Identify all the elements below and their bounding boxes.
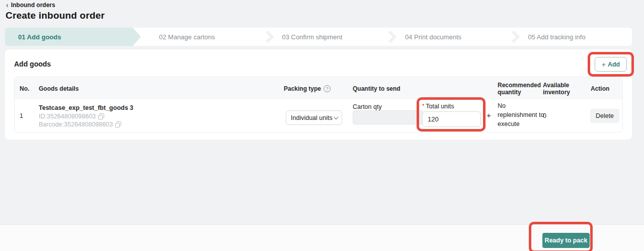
carton-qty-label: Carton qty <box>353 103 382 110</box>
row-number: 1 <box>20 112 23 119</box>
required-asterisk: * <box>422 103 424 109</box>
column-header-goods-details: Goods details <box>39 85 78 92</box>
ready-to-pack-button[interactable]: Ready to pack <box>542 233 590 248</box>
breadcrumb[interactable]: ‹ Inbound orders <box>6 2 55 9</box>
create-inbound-order-page: ‹ Inbound orders Create inbound order 01… <box>0 0 644 251</box>
column-header-packing-type: Packing type ? <box>284 85 331 92</box>
packing-type-select[interactable]: Individual units <box>286 110 342 125</box>
page-title: Create inbound order <box>6 10 105 21</box>
step-manage-cartons[interactable]: 02 Manage cartons <box>141 28 263 46</box>
total-units-label: *Total units <box>422 103 454 110</box>
packing-type-label: Packing type <box>284 85 321 92</box>
goods-table: No. Goods details Packing type ? Quantit… <box>14 77 623 133</box>
goods-barcode-line: Barcode:35264808098603 <box>39 121 121 128</box>
panel-title: Add goods <box>14 60 51 68</box>
goods-barcode: Barcode:35264808098603 <box>39 121 113 128</box>
available-inventory-value: 0 <box>543 112 546 119</box>
chevron-down-icon <box>334 114 339 119</box>
add-goods-panel: Add goods + Add No. Goods details Packin… <box>5 49 632 140</box>
column-header-action: Action <box>591 85 609 92</box>
step-add-goods[interactable]: 01 Add goods <box>5 28 141 46</box>
add-button-label: Add <box>608 61 620 68</box>
total-units-input[interactable] <box>422 111 481 127</box>
add-goods-button[interactable]: + Add <box>595 57 627 72</box>
total-units-plus-icon[interactable]: + <box>487 111 491 119</box>
total-units-label-text: Total units <box>426 103 454 110</box>
step-confirm-shipment[interactable]: 03 Confirm shipment <box>264 28 386 46</box>
step-add-tracking-info[interactable]: 05 Add tracking info <box>510 28 632 46</box>
recommended-quantity-value: No replenishment to execute <box>498 101 545 129</box>
breadcrumb-label[interactable]: Inbound orders <box>11 2 55 9</box>
carton-qty-input <box>353 110 423 124</box>
column-header-available-inventory: Available inventory <box>543 82 578 96</box>
wizard-stepper: 01 Add goods 02 Manage cartons 03 Confir… <box>5 28 632 46</box>
goods-id-line: ID:35264808098603 <box>39 113 104 120</box>
goods-id: ID:35264808098603 <box>39 113 96 120</box>
delete-button[interactable]: Delete <box>590 109 619 123</box>
column-header-no: No. <box>20 85 29 92</box>
column-header-recommended-quantity: Recommended quantity <box>498 82 539 96</box>
copy-icon[interactable] <box>98 113 104 119</box>
column-header-quantity-to-send: Quantity to send <box>353 85 400 92</box>
table-header-row: No. Goods details Packing type ? Quantit… <box>15 77 622 99</box>
packing-type-value: Individual units <box>291 114 333 121</box>
goods-name: Testcase_exp_test_fbt_goods 3 <box>39 104 133 111</box>
plus-icon: + <box>602 60 606 69</box>
copy-icon[interactable] <box>115 121 121 128</box>
step-print-documents[interactable]: 04 Print documents <box>387 28 509 46</box>
back-chevron-icon[interactable]: ‹ <box>6 2 9 8</box>
help-icon[interactable]: ? <box>324 85 331 92</box>
